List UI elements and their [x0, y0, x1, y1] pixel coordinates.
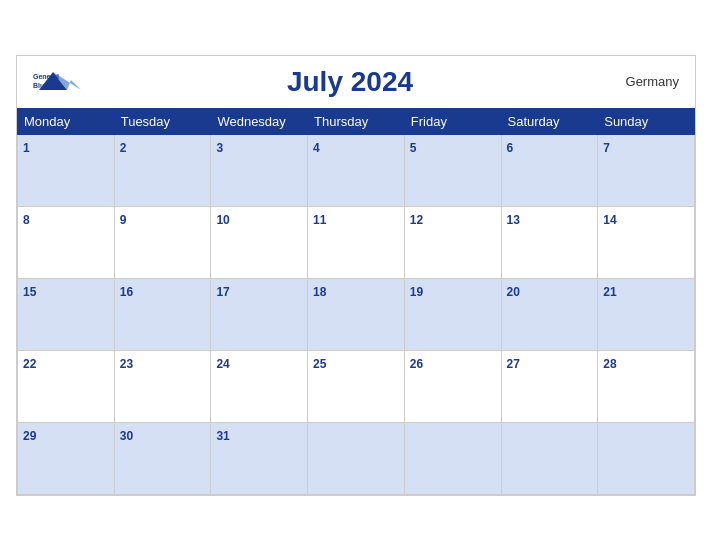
day-cell-19: 19: [404, 278, 501, 350]
week-row-3: 15161718192021: [18, 278, 695, 350]
day-cell-30: 30: [114, 422, 211, 494]
day-cell-29: 29: [18, 422, 115, 494]
calendar-table: Monday Tuesday Wednesday Thursday Friday…: [17, 108, 695, 495]
empty-cell: [501, 422, 598, 494]
header-monday: Monday: [18, 108, 115, 134]
day-number-25: 25: [313, 357, 326, 371]
day-number-30: 30: [120, 429, 133, 443]
day-number-9: 9: [120, 213, 127, 227]
day-number-28: 28: [603, 357, 616, 371]
country-label: Germany: [619, 74, 679, 89]
day-number-4: 4: [313, 141, 320, 155]
day-number-2: 2: [120, 141, 127, 155]
day-cell-12: 12: [404, 206, 501, 278]
day-cell-20: 20: [501, 278, 598, 350]
day-cell-3: 3: [211, 134, 308, 206]
day-cell-2: 2: [114, 134, 211, 206]
day-cell-7: 7: [598, 134, 695, 206]
day-number-27: 27: [507, 357, 520, 371]
day-number-6: 6: [507, 141, 514, 155]
day-number-11: 11: [313, 213, 326, 227]
day-number-22: 22: [23, 357, 36, 371]
day-number-31: 31: [216, 429, 229, 443]
header-saturday: Saturday: [501, 108, 598, 134]
calendar-title: July 2024: [81, 66, 619, 98]
day-cell-27: 27: [501, 350, 598, 422]
empty-cell: [404, 422, 501, 494]
header-thursday: Thursday: [308, 108, 405, 134]
day-cell-25: 25: [308, 350, 405, 422]
day-number-14: 14: [603, 213, 616, 227]
logo-area: General Blue: [33, 66, 81, 96]
day-number-5: 5: [410, 141, 417, 155]
day-cell-14: 14: [598, 206, 695, 278]
week-row-1: 1234567: [18, 134, 695, 206]
general-blue-logo: General Blue: [33, 66, 81, 96]
day-cell-18: 18: [308, 278, 405, 350]
day-number-24: 24: [216, 357, 229, 371]
day-number-18: 18: [313, 285, 326, 299]
day-cell-21: 21: [598, 278, 695, 350]
day-number-3: 3: [216, 141, 223, 155]
title-area: July 2024: [81, 66, 619, 98]
day-cell-4: 4: [308, 134, 405, 206]
header-friday: Friday: [404, 108, 501, 134]
week-row-4: 22232425262728: [18, 350, 695, 422]
day-cell-22: 22: [18, 350, 115, 422]
day-number-29: 29: [23, 429, 36, 443]
day-cell-13: 13: [501, 206, 598, 278]
day-number-20: 20: [507, 285, 520, 299]
day-cell-15: 15: [18, 278, 115, 350]
day-number-7: 7: [603, 141, 610, 155]
day-cell-31: 31: [211, 422, 308, 494]
day-cell-5: 5: [404, 134, 501, 206]
week-row-5: 293031: [18, 422, 695, 494]
empty-cell: [598, 422, 695, 494]
day-number-10: 10: [216, 213, 229, 227]
calendar-header: General Blue July 2024 Germany: [17, 56, 695, 102]
day-number-21: 21: [603, 285, 616, 299]
day-cell-26: 26: [404, 350, 501, 422]
day-number-1: 1: [23, 141, 30, 155]
day-number-26: 26: [410, 357, 423, 371]
day-number-19: 19: [410, 285, 423, 299]
day-cell-8: 8: [18, 206, 115, 278]
header-wednesday: Wednesday: [211, 108, 308, 134]
day-number-15: 15: [23, 285, 36, 299]
svg-text:Blue: Blue: [33, 82, 48, 89]
day-cell-9: 9: [114, 206, 211, 278]
day-number-12: 12: [410, 213, 423, 227]
day-cell-24: 24: [211, 350, 308, 422]
day-cell-23: 23: [114, 350, 211, 422]
day-number-17: 17: [216, 285, 229, 299]
day-number-16: 16: [120, 285, 133, 299]
weekday-header-row: Monday Tuesday Wednesday Thursday Friday…: [18, 108, 695, 134]
day-cell-28: 28: [598, 350, 695, 422]
day-cell-6: 6: [501, 134, 598, 206]
day-cell-11: 11: [308, 206, 405, 278]
empty-cell: [308, 422, 405, 494]
svg-text:General: General: [33, 73, 59, 80]
day-cell-16: 16: [114, 278, 211, 350]
header-sunday: Sunday: [598, 108, 695, 134]
day-number-8: 8: [23, 213, 30, 227]
day-number-23: 23: [120, 357, 133, 371]
day-cell-1: 1: [18, 134, 115, 206]
day-cell-17: 17: [211, 278, 308, 350]
calendar-container: General Blue July 2024 Germany Monday Tu…: [16, 55, 696, 496]
day-number-13: 13: [507, 213, 520, 227]
header-tuesday: Tuesday: [114, 108, 211, 134]
day-cell-10: 10: [211, 206, 308, 278]
week-row-2: 891011121314: [18, 206, 695, 278]
